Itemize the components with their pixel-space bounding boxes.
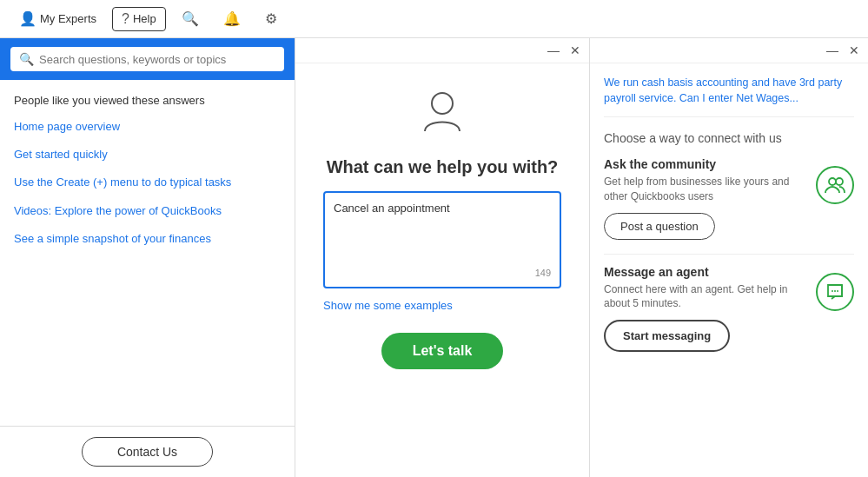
help-label: Help — [133, 12, 156, 25]
svg-point-1 — [829, 178, 836, 185]
section-title: People like you viewed these answers — [14, 94, 281, 107]
minimize-button[interactable]: — — [547, 43, 560, 57]
search-bar: 🔍 — [0, 38, 295, 80]
svg-point-0 — [432, 93, 453, 114]
left-content: People like you viewed these answers Hom… — [0, 80, 295, 426]
my-experts-label: My Experts — [40, 12, 96, 25]
right-panel-header: — ✕ — [590, 38, 868, 63]
svg-point-5 — [837, 290, 838, 292]
search-icon-left: 🔍 — [19, 52, 34, 66]
middle-panel: — ✕ What can we help you with? 149 Show … — [295, 38, 590, 477]
nav-settings[interactable]: ⚙ — [256, 7, 286, 30]
right-content: We run cash basis accounting and have 3r… — [590, 63, 868, 477]
left-footer: Contact Us — [0, 426, 295, 477]
community-desc: Get help from businesses like yours and … — [604, 175, 816, 204]
agent-info: Message an agent Connect here with an ag… — [604, 265, 816, 321]
close-button[interactable]: ✕ — [570, 43, 580, 57]
answer-link-item[interactable]: See a simple snapshot of your finances — [14, 231, 281, 247]
agent-chat-icon — [816, 273, 854, 311]
gear-icon: ⚙ — [265, 10, 277, 27]
agent-desc: Connect here with an agent. Get help in … — [604, 282, 816, 312]
community-icon — [816, 166, 854, 204]
nav-my-experts[interactable]: 👤 My Experts — [10, 7, 105, 30]
help-textarea-wrap[interactable]: 149 — [323, 191, 561, 288]
agent-option: Message an agent Connect here with an ag… — [604, 265, 854, 353]
answer-link-item[interactable]: Videos: Explore the power of QuickBooks — [14, 203, 281, 219]
divider — [604, 254, 854, 255]
agent-option-row: Message an agent Connect here with an ag… — [604, 265, 854, 321]
user-icon: 👤 — [19, 10, 36, 27]
nav-search[interactable]: 🔍 — [173, 7, 208, 30]
answer-link-item[interactable]: Use the Create (+) menu to do typical ta… — [14, 175, 281, 190]
community-option: Ask the community Get help from business… — [604, 157, 854, 240]
community-info: Ask the community Get help from business… — [604, 157, 816, 213]
right-close-button[interactable]: ✕ — [849, 43, 859, 57]
nav-notifications[interactable]: 🔔 — [215, 7, 249, 30]
search-input-wrap[interactable]: 🔍 — [10, 47, 284, 71]
answer-links-list: Home page overviewGet started quicklyUse… — [14, 119, 281, 247]
answer-link-item[interactable]: Get started quickly — [14, 147, 281, 162]
search-icon: 🔍 — [182, 10, 199, 27]
panels-container: 🔍 People like you viewed these answers H… — [0, 38, 868, 477]
community-label: Ask the community — [604, 157, 816, 171]
nav-help[interactable]: ? Help — [112, 7, 166, 31]
lets-talk-button[interactable]: Let's talk — [381, 333, 504, 369]
right-minimize-button[interactable]: — — [826, 43, 838, 57]
left-panel: 🔍 People like you viewed these answers H… — [0, 38, 295, 477]
answer-link-item[interactable]: Home page overview — [14, 119, 281, 135]
char-count: 149 — [334, 268, 551, 278]
examples-link[interactable]: Show me some examples — [323, 299, 453, 312]
post-question-button[interactable]: Post a question — [604, 213, 715, 240]
help-title: What can we help you with? — [327, 157, 559, 177]
svg-point-2 — [836, 178, 843, 185]
agent-label: Message an agent — [604, 265, 816, 279]
top-navigation: 👤 My Experts ? Help 🔍 🔔 ⚙ — [0, 0, 868, 38]
help-input[interactable] — [334, 202, 551, 262]
search-input[interactable] — [39, 53, 275, 66]
context-text: We run cash basis accounting and have 3r… — [604, 76, 854, 117]
contact-us-button[interactable]: Contact Us — [82, 437, 213, 467]
svg-point-3 — [832, 290, 833, 292]
middle-content: What can we help you with? 149 Show me s… — [295, 63, 589, 477]
right-panel: — ✕ We run cash basis accounting and hav… — [590, 38, 868, 477]
start-messaging-button[interactable]: Start messaging — [604, 320, 730, 352]
middle-panel-header: — ✕ — [295, 38, 589, 63]
community-option-row: Ask the community Get help from business… — [604, 157, 854, 213]
agent-avatar-icon — [416, 84, 468, 147]
help-icon: ? — [122, 11, 129, 27]
bell-icon: 🔔 — [223, 10, 241, 27]
svg-point-4 — [834, 290, 836, 292]
connect-title: Choose a way to connect with us — [604, 131, 854, 145]
